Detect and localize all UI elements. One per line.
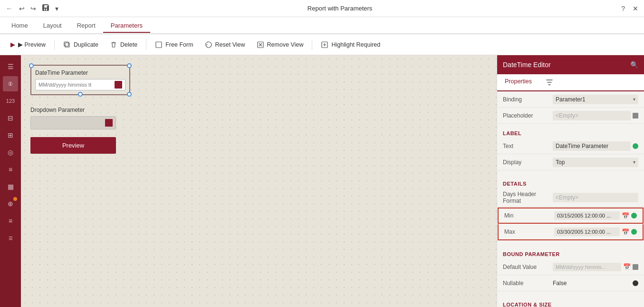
delete-icon [110, 41, 117, 49]
save-dropdown-button[interactable]: ▾ [53, 3, 60, 14]
sidebar-data-icon[interactable]: 123 [3, 93, 18, 109]
canvas-preview-button[interactable]: Preview [30, 137, 116, 154]
save-button[interactable] [40, 2, 51, 15]
prop-days-header-value-row: <Empty> [553, 193, 638, 202]
prop-text-green-dot[interactable] [633, 143, 638, 149]
tab-bar: Home Layout Report Parameters [0, 17, 644, 34]
min-calendar-icon[interactable]: 📅 [622, 212, 629, 219]
sidebar-menu-icon[interactable]: ☰ [3, 59, 18, 74]
title-bar: ← ↩ ↪ ▾ Report with Parameters ? ✕ [0, 0, 644, 17]
tab-properties[interactable]: Properties [497, 74, 539, 91]
prop-max-value-row: 03/30/2005 12:00:00 ... 📅 [554, 228, 637, 236]
resize-handle-tr[interactable] [127, 63, 132, 68]
dropdown-dot-button[interactable] [105, 119, 113, 127]
prop-display-text: Top [556, 159, 633, 166]
highlight-required-button[interactable]: Highlight Required [316, 39, 385, 51]
datetime-input-row[interactable] [35, 79, 125, 90]
report-title: Report with Parameters [308, 5, 373, 12]
free-form-icon [155, 41, 163, 49]
panel-search-icon[interactable]: 🔍 [630, 61, 638, 69]
tab-layout[interactable]: Layout [36, 19, 69, 33]
datetime-input[interactable] [38, 82, 113, 88]
duplicate-button[interactable]: Duplicate [58, 39, 103, 51]
toolbar-separator-1 [54, 40, 55, 50]
dropdown-parameter-widget[interactable]: Dropdown Parameter [30, 107, 487, 129]
prop-binding-value-row: Parameter1 ▾ [553, 95, 638, 104]
prop-placeholder-value: <Empty> [553, 111, 631, 120]
remove-view-button[interactable]: Remove View [252, 39, 308, 51]
prop-nullable-value: False [553, 280, 631, 287]
location-size-section: LOCATION & SIZE [497, 295, 644, 307]
reset-view-button[interactable]: Reset View [200, 39, 250, 51]
sidebar-list-icon[interactable]: ≡ [3, 162, 18, 177]
tab-parameters[interactable]: Parameters [103, 19, 150, 33]
prop-nullable-toggle[interactable] [633, 280, 638, 286]
tab-home[interactable]: Home [4, 19, 36, 33]
dropdown-param-label: Dropdown Parameter [30, 107, 487, 113]
datetime-param-label: DateTime Parameter [35, 69, 125, 76]
resize-handle-br[interactable] [127, 92, 132, 97]
prop-max-value: 03/30/2005 12:00:00 ... [554, 228, 620, 236]
prop-text-value-row: DateTime Parameter [553, 141, 638, 151]
resize-handle-tl[interactable] [29, 63, 34, 68]
chevron-down-icon: ▾ [633, 97, 635, 102]
prop-max-label: Max [504, 228, 554, 235]
undo-button[interactable]: ↩ [17, 3, 27, 14]
dropdown-input-row[interactable] [30, 116, 116, 129]
sidebar-circle-icon[interactable]: ◎ [3, 145, 18, 160]
reset-view-icon [205, 41, 212, 49]
prop-max-green-dot[interactable] [631, 229, 637, 235]
prop-min-green-dot[interactable] [631, 213, 637, 218]
label-section: LABEL Text DateTime Parameter Display To… [497, 124, 644, 174]
prop-display-label: Display [503, 159, 553, 166]
svg-rect-1 [64, 42, 68, 46]
left-sidebar: ☰ ① 123 ⊟ ⊞ ◎ ≡ ▦ ⊕ ≡ ☰ [0, 55, 21, 307]
sidebar-layers-icon[interactable]: ① [3, 76, 18, 91]
title-bar-right: ? ✕ [619, 3, 640, 14]
help-button[interactable]: ? [619, 3, 627, 14]
panel-title: DateTime Editor [503, 61, 551, 69]
close-button[interactable]: ✕ [631, 3, 640, 14]
panel-tabs: Properties [497, 74, 644, 91]
datetime-dot-button[interactable] [115, 81, 122, 89]
prop-default-gray-dot[interactable] [633, 264, 638, 270]
toolbar-separator-3 [312, 40, 312, 50]
back-button[interactable]: ← [4, 2, 15, 15]
resize-handle-bl[interactable] [78, 92, 83, 97]
prop-placeholder-dot[interactable] [633, 113, 638, 119]
label-section-title: LABEL [497, 128, 644, 138]
right-panel: DateTime Editor 🔍 Properties Binding Par… [497, 55, 644, 307]
max-calendar-icon[interactable]: 📅 [622, 228, 629, 236]
canvas-area: DateTime Parameter Dropdown Parameter Pr… [21, 55, 497, 307]
prop-binding-label: Binding [503, 96, 553, 103]
preview-button[interactable]: ▶ ▶ Preview [6, 39, 50, 50]
sidebar-expand-icon[interactable]: ☰ [3, 230, 18, 246]
datetime-widget-container: DateTime Parameter [30, 65, 130, 95]
display-chevron-icon: ▾ [633, 159, 635, 165]
prop-days-header-value: <Empty> [553, 193, 638, 202]
redo-button[interactable]: ↪ [29, 3, 38, 14]
sidebar-notifications-icon[interactable]: ⊕ [3, 196, 18, 211]
prop-days-header-label: Days Header Format [503, 191, 553, 204]
delete-button[interactable]: Delete [105, 39, 142, 51]
app-title: Report with Parameters [308, 5, 373, 12]
tab-report[interactable]: Report [69, 19, 103, 33]
sidebar-filter-icon[interactable]: ≡ [3, 213, 18, 228]
prop-row-default-value: Default Value MM/dd/yyyy himmis... 📅 [497, 259, 644, 275]
datetime-parameter-widget[interactable]: DateTime Parameter [30, 65, 130, 95]
bound-parameter-section: BOUND PARAMETER Default Value MM/dd/yyyy… [497, 245, 644, 295]
prop-binding-dropdown[interactable]: Parameter1 ▾ [553, 95, 638, 104]
prop-default-value: MM/dd/yyyy himmis... [553, 263, 621, 271]
free-form-button[interactable]: Free Form [150, 39, 198, 51]
filter-tab-icon[interactable] [539, 74, 559, 90]
toolbar-separator-2 [146, 40, 146, 50]
details-section: DETAILS Days Header Format <Empty> Min 0… [497, 174, 644, 245]
prop-row-max: Max 03/30/2005 12:00:00 ... 📅 [498, 224, 644, 240]
sidebar-minus-icon[interactable]: ⊟ [3, 110, 18, 126]
prop-min-value-row: 03/15/2005 12:00:00 ... 📅 [554, 211, 637, 220]
prop-nullable-label: Nullable [503, 280, 553, 287]
sidebar-plus-icon[interactable]: ⊞ [3, 128, 18, 143]
prop-display-dropdown[interactable]: Top ▾ [553, 158, 638, 167]
default-calendar-icon[interactable]: 📅 [623, 263, 631, 270]
sidebar-grid-icon[interactable]: ▦ [3, 179, 18, 194]
